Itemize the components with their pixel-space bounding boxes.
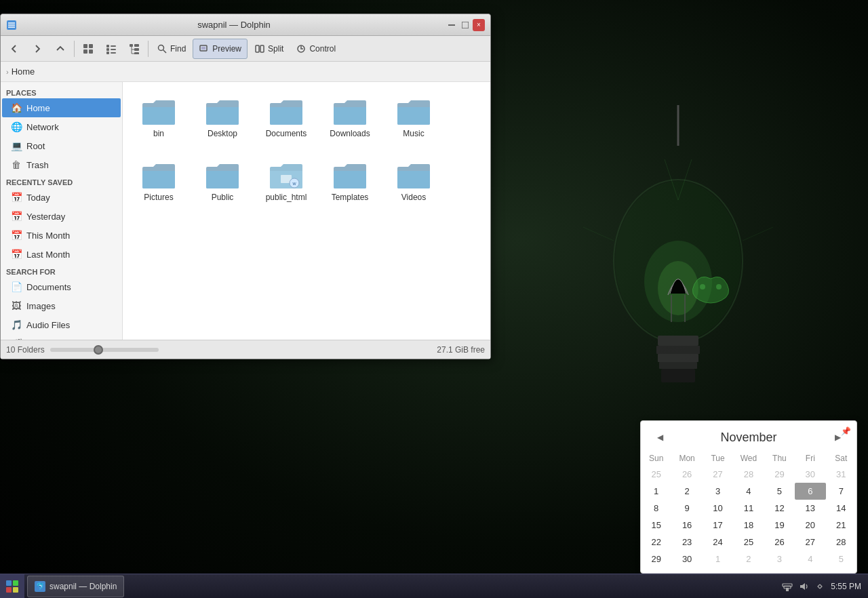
calendar-day[interactable]: 21 bbox=[826, 517, 856, 534]
svg-rect-52 bbox=[783, 584, 792, 586]
taskbar-dolphin[interactable]: 🐬 swapnil — Dolphin bbox=[27, 576, 124, 597]
start-button[interactable] bbox=[0, 574, 24, 599]
calendar-day[interactable]: 25 bbox=[733, 534, 764, 551]
calendar-day[interactable]: 24 bbox=[703, 534, 733, 551]
calendar-day[interactable]: 5 bbox=[826, 551, 856, 567]
calendar-pin[interactable]: 📌 bbox=[841, 426, 851, 436]
calendar-day[interactable]: 4 bbox=[733, 483, 764, 500]
maximize-button[interactable] bbox=[459, 19, 471, 31]
calendar-day[interactable]: 29 bbox=[641, 551, 671, 567]
tree-view-button[interactable] bbox=[123, 39, 145, 59]
forward-button[interactable] bbox=[26, 39, 48, 59]
calendar-day[interactable]: 29 bbox=[764, 466, 795, 483]
status-slider[interactable] bbox=[50, 348, 432, 352]
file-item-desktop[interactable]: Desktop bbox=[192, 87, 253, 148]
calendar-day[interactable]: 25 bbox=[641, 466, 671, 483]
svg-rect-47 bbox=[13, 580, 18, 586]
breadcrumb-arrow: › bbox=[6, 68, 9, 76]
split-button[interactable]: Split bbox=[249, 39, 289, 59]
calendar-day[interactable]: 8 bbox=[641, 500, 671, 517]
home-icon: 🏠 bbox=[10, 102, 22, 114]
svg-rect-40 bbox=[256, 45, 259, 52]
close-button[interactable]: × bbox=[473, 19, 485, 31]
sidebar-item-images[interactable]: 🖼 Images bbox=[2, 296, 121, 315]
calendar-day[interactable]: 5 bbox=[764, 483, 795, 500]
svg-rect-19 bbox=[83, 44, 87, 48]
calendar-day[interactable]: 22 bbox=[641, 534, 671, 551]
sidebar-item-this-month[interactable]: 📅 This Month bbox=[2, 226, 121, 245]
calendar-day[interactable]: 30 bbox=[795, 466, 825, 483]
location-bar: › Home bbox=[1, 62, 490, 82]
sidebar-item-network[interactable]: 🌐 Network bbox=[2, 117, 121, 136]
calendar-day[interactable]: 31 bbox=[826, 466, 856, 483]
calendar-day[interactable]: 1 bbox=[703, 551, 733, 567]
sidebar-item-home[interactable]: 🏠 Home bbox=[2, 98, 121, 117]
calendar-day[interactable]: 2 bbox=[671, 483, 702, 500]
preview-button[interactable]: Preview bbox=[193, 39, 248, 59]
calendar-day[interactable]: 13 bbox=[795, 500, 825, 517]
icon-view-button[interactable] bbox=[77, 39, 99, 59]
calendar-day[interactable]: 20 bbox=[795, 517, 825, 534]
calendar-week-row: 22232425262728 bbox=[641, 534, 856, 551]
breadcrumb-home[interactable]: Home bbox=[12, 66, 35, 77]
sidebar-item-documents[interactable]: 📄 Documents bbox=[2, 277, 121, 296]
find-button[interactable]: Find bbox=[151, 39, 191, 59]
file-item-templates[interactable]: Templates bbox=[319, 151, 380, 212]
file-item-videos[interactable]: Videos bbox=[383, 151, 444, 212]
file-item-downloads[interactable]: Downloads bbox=[319, 87, 380, 148]
file-item-music[interactable]: Music bbox=[383, 87, 444, 148]
sidebar-item-today[interactable]: 📅 Today bbox=[2, 188, 121, 207]
file-item-bin[interactable]: bin bbox=[128, 87, 189, 148]
calendar-day[interactable]: 3 bbox=[703, 483, 733, 500]
calendar-day[interactable]: 12 bbox=[764, 500, 795, 517]
tray-network-icon[interactable] bbox=[782, 581, 793, 592]
calendar-day[interactable]: 7 bbox=[826, 483, 856, 500]
sidebar-item-videos[interactable]: 🎬 Videos bbox=[2, 334, 121, 340]
calendar-day[interactable]: 28 bbox=[733, 466, 764, 483]
calendar-day[interactable]: 3 bbox=[764, 551, 795, 567]
taskbar-time[interactable]: 5:55 PM bbox=[831, 582, 861, 591]
calendar-day[interactable]: 4 bbox=[795, 551, 825, 567]
cal-prev-button[interactable]: ◀ bbox=[652, 429, 668, 445]
calendar-day[interactable]: 6 bbox=[795, 483, 825, 500]
up-button[interactable] bbox=[50, 39, 71, 59]
calendar-day[interactable]: 10 bbox=[703, 500, 733, 517]
svg-rect-15 bbox=[661, 369, 695, 382]
calendar-day[interactable]: 16 bbox=[671, 517, 702, 534]
list-view-button[interactable] bbox=[100, 39, 122, 59]
calendar-day[interactable]: 1 bbox=[641, 483, 671, 500]
sidebar-item-yesterday[interactable]: 📅 Yesterday bbox=[2, 207, 121, 226]
control-icon bbox=[296, 43, 307, 54]
calendar-day[interactable]: 15 bbox=[641, 517, 671, 534]
sidebar-item-last-month[interactable]: 📅 Last Month bbox=[2, 245, 121, 264]
control-button[interactable]: Control bbox=[290, 39, 341, 59]
calendar-day[interactable]: 17 bbox=[703, 517, 733, 534]
sidebar-item-root[interactable]: 💻 Root bbox=[2, 136, 121, 155]
tray-expand-icon[interactable] bbox=[814, 581, 825, 592]
file-item-public_html[interactable]: w public_html bbox=[256, 151, 317, 212]
minimize-button[interactable] bbox=[446, 19, 458, 31]
calendar-day[interactable]: 28 bbox=[826, 534, 856, 551]
calendar-day[interactable]: 23 bbox=[671, 534, 702, 551]
calendar-day[interactable]: 27 bbox=[795, 534, 825, 551]
tray-volume-icon[interactable] bbox=[798, 581, 809, 592]
calendar-day[interactable]: 14 bbox=[826, 500, 856, 517]
file-name: Downloads bbox=[330, 129, 370, 138]
calendar-day[interactable]: 9 bbox=[671, 500, 702, 517]
calendar-day[interactable]: 27 bbox=[703, 466, 733, 483]
calendar-day[interactable]: 26 bbox=[671, 466, 702, 483]
sidebar-item-trash[interactable]: 🗑 Trash bbox=[2, 155, 121, 174]
calendar-day[interactable]: 30 bbox=[671, 551, 702, 567]
file-item-public[interactable]: Public bbox=[192, 151, 253, 212]
calendar-day[interactable]: 2 bbox=[733, 551, 764, 567]
calendar-week-row: 293012345 bbox=[641, 551, 856, 567]
calendar-day[interactable]: 26 bbox=[764, 534, 795, 551]
file-item-pictures[interactable]: Pictures bbox=[128, 151, 189, 212]
calendar-day[interactable]: 19 bbox=[764, 517, 795, 534]
sidebar-item-audio[interactable]: 🎵 Audio Files bbox=[2, 315, 121, 334]
calendar-day[interactable]: 11 bbox=[733, 500, 764, 517]
calendar-day[interactable]: 18 bbox=[733, 517, 764, 534]
back-button[interactable] bbox=[3, 39, 25, 59]
cal-day-header: Sun bbox=[641, 451, 671, 466]
file-item-documents[interactable]: Documents bbox=[256, 87, 317, 148]
